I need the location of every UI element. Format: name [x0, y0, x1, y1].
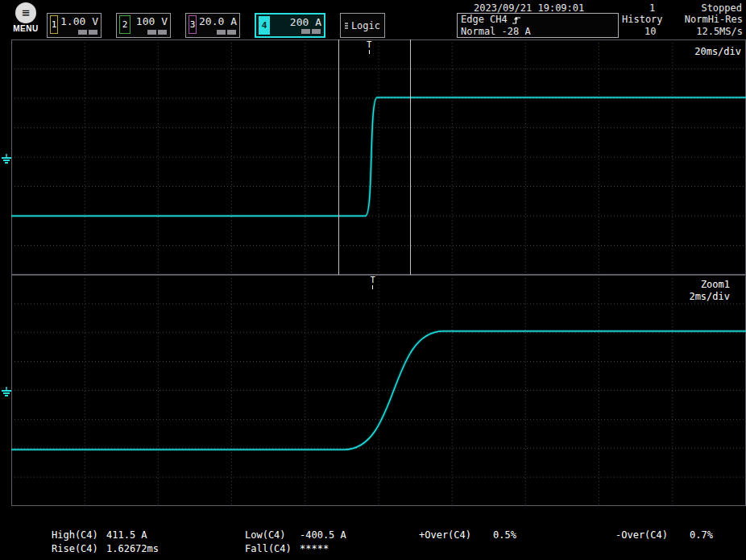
probe-icon — [227, 30, 236, 35]
measurement-rise: Rise(C4)1.62672ms — [52, 542, 159, 556]
zoom-trigger-position-marker[interactable]: T — [371, 276, 375, 289]
zoom-window-cursor-right[interactable] — [410, 39, 411, 275]
channel-1-number: 1 — [50, 15, 58, 34]
channel-3-indicator[interactable]: 3 20.0 A — [185, 13, 240, 38]
probe-icon — [158, 30, 167, 35]
channel-2-number: 2 — [119, 15, 131, 34]
logic-icon — [345, 22, 348, 30]
main-waveform-area[interactable]: T 20ms/div — [11, 39, 746, 275]
measurement-col-1: High(C4)411.5 A Rise(C4)1.62672ms — [52, 529, 159, 556]
history-value: 10 — [644, 26, 656, 38]
zoom-waveform-area[interactable]: T Zoom1 2ms/div — [11, 275, 746, 506]
measurement-neg-overshoot: -Over(C4)0.7% — [615, 529, 713, 542]
sample-rate-value: 12.5MS/s — [696, 26, 743, 38]
menu-button[interactable]: ≡ MENU — [10, 2, 42, 33]
measurement-low: Low(C4)-400.5 A — [245, 529, 346, 542]
measurement-pos-overshoot: +Over(C4)0.5% — [419, 529, 516, 542]
datetime-display: 2023/09/21 19:09:01 — [474, 2, 584, 14]
measurement-col-3: +Over(C4)0.5% — [419, 529, 516, 542]
zoom-window-cursor-left[interactable] — [338, 39, 339, 275]
measurement-col-2: Low(C4)-400.5 A Fall(C4)***** — [245, 529, 346, 556]
rising-edge-icon — [512, 15, 521, 25]
trigger-mode-level: Normal -28 A — [461, 26, 615, 38]
main-timebase-label: 20ms/div — [694, 46, 741, 57]
trigger-type-source: Edge CH4 — [461, 14, 508, 26]
channel-bar: 1 1.00 V 2 100 V 3 20.0 A 4 200 A Logic — [47, 13, 385, 38]
run-state-indicator[interactable]: Stopped — [701, 2, 742, 14]
channel-4-number: 4 — [259, 16, 270, 35]
history-label: History — [622, 14, 663, 26]
probe-icon — [89, 30, 97, 35]
channel-4-indicator[interactable]: 4 200 A — [255, 13, 325, 38]
coupling-icon — [147, 30, 156, 35]
coupling-icon — [301, 29, 310, 34]
acquisition-info-box[interactable]: History Norm Hi-Res 10 12.5MS/s — [622, 14, 743, 38]
trigger-settings-box[interactable]: Edge CH4 Normal -28 A — [457, 13, 619, 38]
logic-button[interactable]: Logic — [340, 13, 385, 38]
channel-3-number: 3 — [189, 15, 197, 34]
main-waveform-svg — [11, 39, 746, 275]
oscilloscope-screen: ≡ MENU 1 1.00 V 2 100 V 3 20.0 A 4 200 A — [0, 0, 746, 560]
zoom-waveform-svg — [11, 275, 746, 506]
trigger-position-marker[interactable]: T — [367, 41, 371, 54]
channel-2-indicator[interactable]: 2 100 V — [116, 13, 171, 38]
zoom-timebase-label: 2ms/div — [689, 291, 730, 302]
hires-label: Hi-Res — [708, 14, 743, 26]
probe-icon — [312, 29, 321, 34]
zoom-window-title: Zoom1 — [701, 279, 730, 290]
ch4-ground-marker-zoom[interactable] — [2, 385, 11, 400]
menu-icon: ≡ — [15, 2, 36, 23]
logic-label: Logic — [351, 20, 380, 31]
coupling-icon — [78, 30, 87, 35]
measurement-fall: Fall(C4)***** — [245, 542, 346, 556]
coupling-icon — [217, 30, 226, 35]
measurement-col-4: -Over(C4)0.7% — [615, 529, 713, 542]
acquisition-count: 1 — [649, 2, 655, 14]
ch4-ground-marker[interactable] — [2, 152, 11, 168]
menu-button-label: MENU — [10, 24, 42, 33]
channel-1-indicator[interactable]: 1 1.00 V — [47, 13, 102, 38]
acq-mode-label: Norm — [685, 14, 708, 26]
measurement-high: High(C4)411.5 A — [52, 529, 159, 542]
